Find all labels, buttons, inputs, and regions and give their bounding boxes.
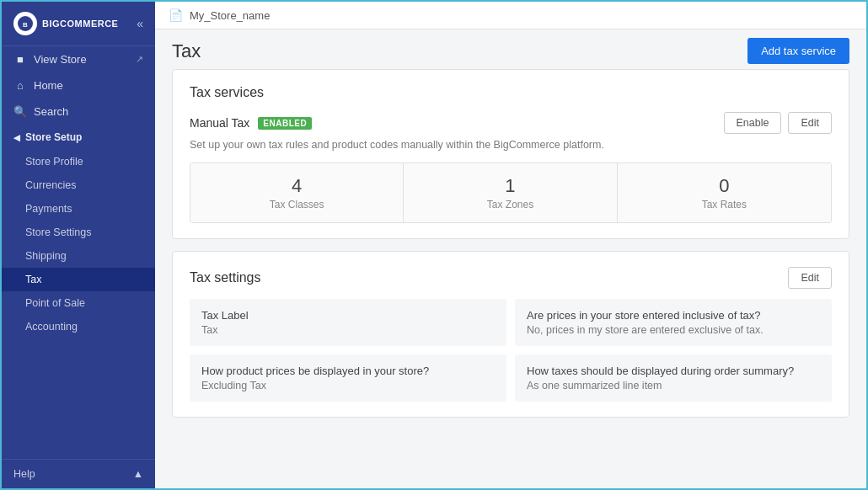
store-profile-label: Store Profile (25, 156, 83, 168)
tax-label-value: Tax (201, 324, 495, 336)
page-header: Tax Add tax service (155, 29, 866, 69)
manual-tax-left: Manual Tax ENABLED (190, 116, 312, 130)
sidebar-help[interactable]: Help ▲ (2, 459, 155, 488)
price-display-heading: How product prices be displayed in your … (201, 365, 495, 377)
help-label: Help (13, 468, 35, 480)
tax-label-heading: Tax Label (201, 309, 495, 322)
enable-button[interactable]: Enable (724, 112, 782, 134)
order-summary-tax-heading: How taxes should be displayed during ord… (527, 365, 820, 377)
order-summary-tax-value: As one summarized line item (527, 380, 820, 391)
tax-rates-label: Tax Rates (631, 199, 817, 210)
logo: B BIGCOMMERCE (13, 12, 118, 35)
tax-classes-label: Tax Classes (204, 199, 389, 210)
store-settings-label: Store Settings (25, 226, 92, 238)
tax-settings-title: Tax settings (190, 270, 260, 285)
breadcrumb: My_Store_name (190, 9, 270, 22)
shipping-label: Shipping (25, 250, 67, 262)
edit-tax-settings-button[interactable]: Edit (788, 267, 832, 289)
home-icon: ⌂ (13, 79, 27, 92)
store-icon: ■ (13, 53, 27, 66)
sidebar-collapse-icon[interactable]: « (137, 17, 143, 30)
tax-inclusive-heading: Are prices in your store entered inclusi… (527, 309, 820, 322)
order-summary-tax-cell: How taxes should be displayed during ord… (515, 354, 832, 402)
tax-stats-grid: 4 Tax Classes 1 Tax Zones 0 Tax Rates (190, 162, 832, 223)
manual-tax-name: Manual Tax (190, 116, 249, 130)
edit-manual-tax-button[interactable]: Edit (788, 112, 832, 134)
sidebar: B BIGCOMMERCE « ■ View Store ↗ ⌂ Home 🔍 … (2, 2, 155, 488)
home-label: Home (34, 79, 63, 92)
topbar: 📄 My_Store_name (155, 2, 866, 29)
tax-label: Tax (25, 274, 41, 285)
view-store-label: View Store (34, 53, 87, 66)
search-icon: 🔍 (13, 105, 27, 118)
tax-rates-stat: 0 Tax Rates (618, 163, 831, 222)
sidebar-item-currencies[interactable]: Currencies (2, 173, 155, 197)
tax-inclusive-value: No, prices in my store are entered exclu… (527, 324, 820, 336)
document-icon: 📄 (169, 8, 183, 22)
tax-zones-value: 1 (417, 175, 603, 197)
page-title: Tax (172, 40, 201, 62)
external-link-icon: ↗ (136, 54, 143, 65)
store-setup-label: Store Setup (25, 131, 82, 143)
sidebar-item-point-of-sale[interactable]: Point of Sale (2, 291, 155, 315)
sidebar-item-home[interactable]: ⌂ Home (2, 72, 155, 99)
search-label: Search (34, 105, 68, 118)
tax-services-card: Tax services Manual Tax ENABLED Enable E… (172, 69, 849, 239)
tax-services-title: Tax services (190, 85, 832, 100)
logo-icon: B (13, 12, 37, 35)
price-display-cell: How product prices be displayed in your … (190, 354, 506, 402)
svg-text:B: B (23, 21, 28, 29)
add-tax-service-button[interactable]: Add tax service (747, 38, 849, 64)
tax-zones-label: Tax Zones (417, 199, 603, 210)
logo-text: BIGCOMMERCE (42, 19, 118, 29)
sidebar-store-setup-header[interactable]: ◀ Store Setup (2, 125, 155, 150)
tax-settings-header: Tax settings Edit (190, 267, 832, 289)
manual-tax-description: Set up your own tax rules and product co… (190, 139, 832, 151)
sidebar-item-shipping[interactable]: Shipping (2, 244, 155, 268)
price-display-value: Excluding Tax (201, 380, 495, 391)
sidebar-item-store-profile[interactable]: Store Profile (2, 150, 155, 173)
tax-inclusive-cell: Are prices in your store entered inclusi… (515, 299, 832, 346)
payments-label: Payments (25, 203, 72, 215)
chevron-left-icon: ◀ (13, 133, 20, 142)
chevron-up-icon: ▲ (133, 468, 143, 480)
sidebar-item-accounting[interactable]: Accounting (2, 315, 155, 338)
point-of-sale-label: Point of Sale (25, 297, 85, 309)
currencies-label: Currencies (25, 179, 76, 191)
enabled-badge: ENABLED (258, 117, 312, 130)
tax-classes-value: 4 (204, 175, 389, 197)
tax-label-cell: Tax Label Tax (190, 299, 506, 346)
tax-settings-card: Tax settings Edit Tax Label Tax Are pric… (172, 251, 849, 418)
sidebar-logo-area: B BIGCOMMERCE « (2, 2, 155, 46)
tax-zones-stat: 1 Tax Zones (404, 163, 617, 222)
tax-rates-value: 0 (631, 175, 817, 197)
manual-tax-header: Manual Tax ENABLED Enable Edit (190, 112, 832, 134)
sidebar-item-view-store[interactable]: ■ View Store ↗ (2, 46, 155, 72)
manual-tax-actions: Enable Edit (724, 112, 832, 134)
accounting-label: Accounting (25, 321, 78, 333)
content-area: Tax services Manual Tax ENABLED Enable E… (155, 69, 866, 488)
sidebar-item-store-settings[interactable]: Store Settings (2, 221, 155, 244)
main-content: 📄 My_Store_name Tax Add tax service Tax … (155, 2, 866, 488)
sidebar-item-tax[interactable]: Tax (2, 268, 155, 291)
sidebar-item-search[interactable]: 🔍 Search (2, 99, 155, 125)
sidebar-item-payments[interactable]: Payments (2, 197, 155, 221)
tax-settings-grid: Tax Label Tax Are prices in your store e… (190, 299, 832, 402)
tax-classes-stat: 4 Tax Classes (190, 163, 404, 222)
